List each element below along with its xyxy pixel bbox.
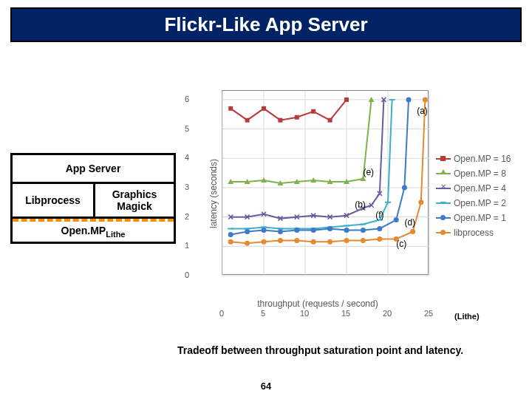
svg-point-38 [311, 228, 316, 233]
diagram-app-row: App Server [13, 155, 174, 184]
legend: Open.MP = 16Open.MP = 8✕Open.MP = 4–Open… [436, 149, 511, 242]
chart-annotation: (c) [396, 239, 406, 249]
svg-point-58 [418, 200, 423, 205]
y-axis-label: latency (seconds) [208, 159, 219, 228]
chart-annotation: (e) [363, 167, 374, 177]
diagram-gm-label: Graphics Magick [112, 188, 157, 212]
x-tick: 20 [383, 309, 392, 318]
legend-item: ✕Open.MP = 4 [436, 183, 511, 194]
y-tick: 1 [177, 241, 189, 250]
svg-point-49 [278, 238, 283, 243]
diagram-libprocess-label: Libprocess [25, 194, 81, 206]
chart-annotation: (f) [375, 210, 383, 220]
legend-item: Open.MP = 16 [436, 154, 511, 164]
legend-line: ✕ [436, 188, 451, 189]
svg-point-50 [294, 238, 299, 243]
legend-label: Open.MP = 1 [454, 213, 506, 223]
diagram-omp-row: Open.MPLithe [13, 219, 174, 242]
legend-label: libprocess [454, 228, 494, 238]
svg-point-45 [406, 97, 412, 102]
slide-title: Flickr-Like App Server [164, 13, 367, 35]
y-tick: 5 [177, 124, 189, 133]
svg-point-51 [311, 239, 316, 245]
svg-rect-18 [311, 109, 316, 114]
y-tick: 2 [177, 212, 189, 221]
chart-annotation: (b) [355, 200, 366, 210]
svg-point-55 [377, 236, 382, 242]
legend-item: Open.MP = 1 [436, 213, 511, 223]
plot-wrapper: latency (seconds) throughput (requests /… [192, 83, 443, 304]
svg-point-43 [394, 217, 399, 222]
svg-point-44 [402, 185, 407, 190]
svg-point-47 [245, 241, 250, 246]
legend-line [436, 173, 451, 174]
svg-point-42 [377, 226, 382, 231]
diagram-omp-label: Open.MP [61, 225, 106, 236]
svg-point-48 [262, 239, 267, 245]
svg-rect-13 [228, 106, 233, 111]
legend-line [436, 232, 451, 233]
svg-point-39 [327, 226, 332, 231]
lithe-label: (Lithe) [454, 312, 480, 321]
svg-rect-19 [328, 118, 332, 123]
x-axis-label: throughput (requests / second) [257, 299, 378, 309]
svg-rect-20 [344, 98, 349, 102]
legend-item: –Open.MP = 2 [436, 198, 511, 208]
legend-item: Open.MP = 8 [436, 168, 511, 179]
diagram-app-label: App Server [66, 163, 121, 174]
svg-point-54 [361, 238, 366, 243]
y-tick: 6 [177, 95, 189, 103]
legend-item: libprocess [436, 228, 511, 238]
x-tick: 25 [424, 309, 433, 318]
diagram-gm-cell: Graphics Magick [93, 184, 174, 216]
svg-rect-16 [278, 118, 282, 123]
chart-area: latency (seconds) throughput (requests /… [192, 83, 517, 308]
svg-point-52 [327, 239, 332, 245]
architecture-diagram: App Server Libprocess Graphics Magick Op… [10, 153, 176, 244]
diagram-omp-sub: Lithe [106, 230, 125, 239]
chart-annotation: (a) [417, 106, 428, 116]
y-tick: 3 [177, 183, 189, 191]
svg-point-59 [423, 97, 428, 102]
plot: (a)(e)(b)(f)(d)(c) [222, 90, 429, 275]
legend-label: Open.MP = 16 [454, 154, 511, 164]
legend-label: Open.MP = 4 [454, 183, 506, 194]
diagram-libprocess-cell: Libprocess [13, 184, 93, 216]
diagram-mid-row: Libprocess Graphics Magick [13, 184, 174, 219]
svg-point-57 [410, 229, 415, 234]
svg-point-35 [262, 228, 267, 233]
svg-point-33 [228, 232, 233, 237]
slide-title-bar: Flickr-Like App Server [10, 7, 522, 42]
legend-label: Open.MP = 8 [454, 168, 506, 179]
caption: Tradeoff between throughput saturation p… [177, 344, 463, 356]
page-number: 64 [261, 381, 271, 392]
legend-line: – [436, 202, 451, 204]
x-tick: 15 [341, 309, 350, 318]
svg-point-40 [344, 228, 349, 233]
y-tick: 0 [177, 270, 189, 279]
x-tick: 0 [219, 309, 224, 318]
svg-point-36 [278, 229, 283, 234]
legend-line [436, 158, 451, 160]
legend-label: Open.MP = 2 [454, 198, 506, 208]
svg-point-41 [361, 228, 366, 233]
svg-rect-14 [245, 118, 250, 123]
svg-point-46 [228, 239, 233, 245]
svg-rect-17 [295, 115, 299, 120]
svg-rect-15 [262, 106, 266, 111]
svg-point-34 [245, 229, 250, 234]
x-tick: 10 [300, 309, 309, 318]
x-tick: 5 [261, 309, 265, 318]
y-tick: 4 [177, 153, 189, 162]
legend-line [436, 217, 451, 219]
chart-annotation: (d) [404, 217, 415, 228]
svg-point-53 [344, 238, 349, 243]
svg-point-37 [294, 228, 299, 233]
content-area: App Server Libprocess Graphics Magick Op… [0, 42, 532, 367]
